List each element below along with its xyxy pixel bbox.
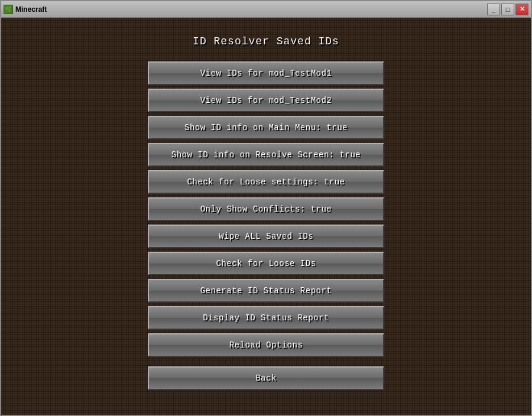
app-icon: 🌿 [4,5,13,14]
title-bar-left: 🌿 Minecraft [4,5,47,14]
window-title: Minecraft [15,5,47,14]
check-loose-ids-button[interactable]: Check for Loose IDs [148,252,384,275]
view-ids-mod1-button[interactable]: View IDs for mod_TestMod1 [148,61,384,85]
check-loose-settings-button[interactable]: Check for Loose settings: true [148,170,384,194]
buttons-container: View IDs for mod_TestMod1View IDs for mo… [148,61,384,357]
page-title: ID Resolver Saved IDs [193,35,339,47]
window-frame: 🌿 Minecraft _ □ ✕ ID Resolver Saved IDs … [0,0,532,416]
wipe-all-saved-button[interactable]: Wipe ALL Saved IDs [148,225,384,248]
window-controls: _ □ ✕ [487,4,528,15]
maximize-button[interactable]: □ [501,4,514,15]
back-button-container: Back [148,366,384,390]
only-show-conflicts-button[interactable]: Only Show Conflicts: true [148,197,384,221]
display-id-report-button[interactable]: Display ID Status Report [148,306,384,330]
close-button[interactable]: ✕ [515,4,528,15]
reload-options-button[interactable]: Reload Options [148,333,384,357]
generate-id-report-button[interactable]: Generate ID Status Report [148,279,384,303]
view-ids-mod2-button[interactable]: View IDs for mod_TestMod2 [148,89,384,112]
back-button[interactable]: Back [148,366,384,390]
show-id-info-resolve-button[interactable]: Show ID info on Resolve Screen: true [148,143,384,167]
show-id-info-main-button[interactable]: Show ID info on Main Menu: true [148,116,384,139]
title-bar: 🌿 Minecraft _ □ ✕ [1,1,531,18]
main-content: ID Resolver Saved IDs View IDs for mod_T… [1,18,531,415]
minimize-button[interactable]: _ [487,4,500,15]
